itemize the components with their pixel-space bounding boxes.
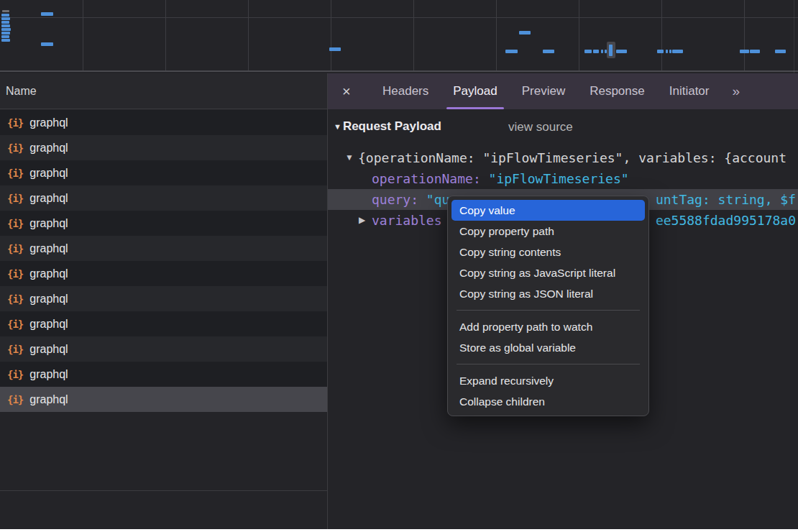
payload-value-overflow: ee5588fdad995178a0 [656, 210, 796, 231]
menu-item-store-as-global-variable[interactable]: Store as global variable [451, 337, 645, 358]
json-braces-icon: {i} [7, 142, 23, 154]
network-request-row[interactable]: {i}graphql [0, 160, 327, 185]
tab-initiator[interactable]: Initiator [669, 73, 710, 109]
more-tabs-icon[interactable]: » [732, 83, 738, 99]
network-request-row[interactable]: {i}graphql [0, 336, 327, 362]
network-request-row[interactable]: {i}graphql [0, 362, 327, 387]
tab-headers[interactable]: Headers [382, 73, 428, 109]
request-name-label: graphql [29, 293, 68, 306]
payload-tree-row[interactable]: ▼{operationName: "ipFlowTimeseries", var… [328, 147, 798, 168]
timeline-bar-gray [2, 10, 9, 12]
name-column-label: Name [6, 85, 37, 98]
menu-item-copy-string-contents[interactable]: Copy string contents [451, 242, 645, 262]
timeline-bar [740, 50, 749, 53]
json-braces-icon: {i} [7, 318, 23, 330]
timeline-bar [616, 50, 627, 53]
request-payload-section-header[interactable]: ▼ Request Payload [334, 119, 441, 134]
network-request-row[interactable]: {i}graphql [0, 286, 327, 311]
network-request-row[interactable]: {i}graphql [0, 135, 327, 160]
json-braces-icon: {i} [7, 394, 23, 405]
request-name-label: graphql [29, 192, 68, 205]
json-braces-icon: {i} [7, 268, 23, 280]
tab-response[interactable]: Response [590, 73, 645, 109]
network-request-row[interactable]: {i}graphql [0, 185, 327, 211]
network-request-row[interactable]: {i}graphql [0, 236, 327, 261]
payload-value: "ipFlowTimeseries" [489, 171, 629, 186]
payload-row-text: variables [372, 210, 442, 231]
request-name-label: graphql [29, 142, 68, 155]
request-name-label: graphql [29, 217, 68, 230]
timeline-bar [1, 32, 10, 35]
timeline-bar [1, 21, 9, 24]
request-name-label: graphql [29, 167, 68, 180]
overview-gridline [661, 0, 662, 70]
timeline-bar [41, 42, 53, 46]
menu-item-copy-value[interactable]: Copy value [451, 200, 645, 221]
menu-item-collapse-children[interactable]: Collapse children [451, 391, 645, 412]
request-name-label: graphql [29, 393, 68, 406]
timeline-bar [601, 50, 603, 53]
json-braces-icon: {i} [7, 243, 23, 254]
timeline-bar [329, 47, 341, 51]
network-overview[interactable] [0, 0, 798, 72]
collapsed-arrow-icon[interactable]: ▶ [359, 210, 365, 231]
menu-item-copy-property-path[interactable]: Copy property path [451, 221, 645, 242]
name-column-header[interactable]: Name [0, 73, 327, 109]
overview-gridline [331, 0, 331, 70]
close-icon[interactable]: × [342, 83, 358, 100]
json-braces-icon: {i} [7, 218, 23, 229]
timeline-hover-marker-bar [609, 45, 613, 56]
timeline-bar [657, 50, 664, 53]
json-braces-icon: {i} [7, 193, 23, 204]
network-request-row[interactable]: {i}graphql [0, 110, 327, 135]
payload-tree-row[interactable]: operationName: "ipFlowTimeseries" [328, 168, 798, 189]
timeline-bar [1, 35, 9, 38]
overview-gridline [744, 0, 745, 70]
timeline-bar [519, 31, 531, 35]
network-request-row[interactable]: {i}graphql [0, 311, 327, 336]
menu-separator [457, 310, 640, 311]
context-menu: Copy valueCopy property pathCopy string … [447, 196, 649, 416]
section-collapse-icon[interactable]: ▼ [334, 122, 341, 131]
overview-gridline [83, 0, 83, 70]
detail-tab-bar: × HeadersPayloadPreviewResponseInitiator… [328, 73, 798, 109]
request-name-label: graphql [29, 318, 68, 331]
timeline-bar [584, 50, 592, 53]
timeline-bar [1, 28, 11, 31]
network-request-list: {i}graphql{i}graphql{i}graphql{i}graphql… [0, 110, 327, 412]
network-request-row[interactable]: {i}graphql [0, 387, 327, 412]
timeline-bar [750, 50, 760, 53]
menu-item-add-property-path-to-watch[interactable]: Add property path to watch [451, 316, 645, 337]
overview-gridline [248, 0, 249, 70]
payload-key: query: [372, 192, 426, 207]
payload-row-text: query: "qu [372, 189, 449, 210]
request-name-label: graphql [29, 116, 68, 129]
json-braces-icon: {i} [7, 168, 23, 179]
view-source-link[interactable]: view source [508, 120, 573, 134]
timeline-bar [543, 50, 554, 53]
json-braces-icon: {i} [7, 344, 23, 355]
menu-item-copy-string-as-json-literal[interactable]: Copy string as JSON literal [451, 283, 645, 304]
json-braces-icon: {i} [7, 369, 23, 380]
timeline-bar [1, 24, 10, 27]
timeline-bar [672, 50, 683, 53]
payload-key: operationName: [372, 171, 489, 186]
expanded-arrow-icon[interactable]: ▼ [345, 147, 354, 168]
menu-separator [457, 364, 640, 364]
timeline-bar [41, 12, 53, 16]
request-name-label: graphql [29, 343, 68, 356]
json-braces-icon: {i} [7, 293, 23, 305]
tab-preview[interactable]: Preview [522, 73, 565, 109]
timeline-bar [775, 50, 786, 53]
menu-item-copy-string-as-javascript-literal[interactable]: Copy string as JavaScript literal [451, 262, 645, 283]
payload-value-overflow: untTag: string, $f [656, 189, 796, 210]
network-request-row[interactable]: {i}graphql [0, 211, 327, 236]
payload-row-text: {operationName: "ipFlowTimeseries", vari… [358, 147, 786, 168]
request-name-label: graphql [29, 368, 68, 381]
network-request-row[interactable]: {i}graphql [0, 261, 327, 286]
request-name-label: graphql [29, 267, 68, 280]
timeline-bar [1, 14, 9, 17]
menu-item-expand-recursively[interactable]: Expand recursively [451, 370, 645, 391]
tab-payload[interactable]: Payload [453, 73, 497, 109]
devtools-window: Name {i}graphql{i}graphql{i}graphql{i}gr… [0, 0, 798, 529]
